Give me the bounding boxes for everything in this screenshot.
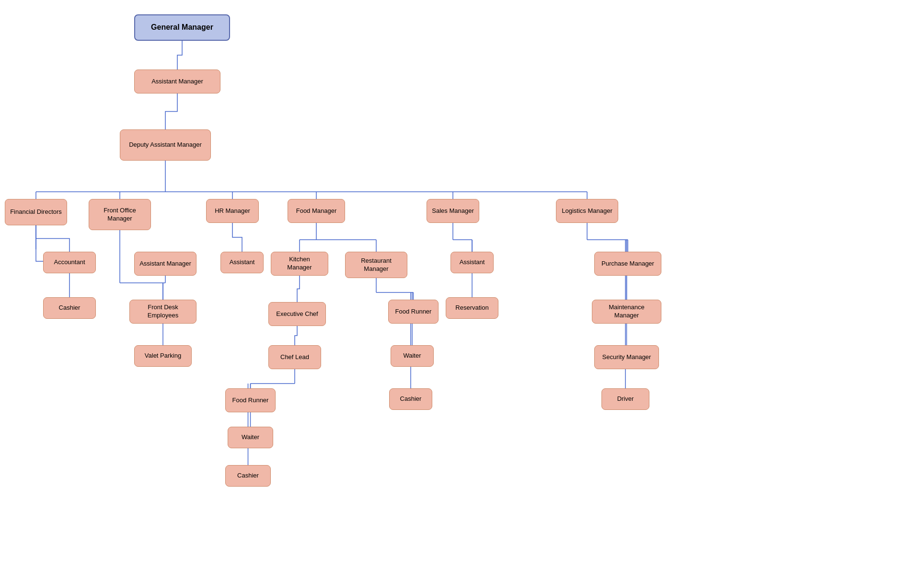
general_manager: General Manager [134,14,230,41]
financial_directors: Financial Directors [5,199,67,225]
cashier_fin: Cashier [43,297,96,319]
hr_manager: HR Manager [206,199,259,223]
org-chart: General ManagerAssistant ManagerDeputy A… [0,0,924,571]
deputy_assistant_manager: Deputy Assistant Manager [120,129,211,161]
driver: Driver [601,388,649,410]
valet_parking: Valet Parking [134,345,192,367]
asst_manager_fo: Assistant Manager [134,252,196,276]
executive_chef: Executive Chef [268,302,326,326]
waiter_kitchen: Waiter [228,427,273,448]
assistant_manager: Assistant Manager [134,70,220,93]
waiter_rest: Waiter [391,345,434,367]
cashier_kitchen: Cashier [225,465,271,487]
food_runner_kitchen: Food Runner [225,388,276,412]
kitchen_manager: Kitchen Manager [271,252,328,276]
chef_lead: Chef Lead [268,345,321,369]
assistant_hr: Assistant [220,252,264,273]
sales_manager: Sales Manager [427,199,479,223]
front_office_manager: Front Office Manager [89,199,151,230]
restaurant_manager: Restaurant Manager [345,252,407,278]
logistics_manager: Logistics Manager [556,199,618,223]
front_desk_emp: Front Desk Employees [129,300,196,324]
food_manager: Food Manager [288,199,345,223]
food_runner_rest: Food Runner [388,300,439,324]
security_manager: Security Manager [594,345,659,369]
cashier_rest: Cashier [389,388,432,410]
accountant: Accountant [43,252,96,273]
purchase_manager: Purchase Manager [594,252,661,276]
maintenance_manager: Maintenance Manager [592,300,661,324]
assistant_sales: Assistant [450,252,494,273]
reservation: Reservation [446,297,498,319]
